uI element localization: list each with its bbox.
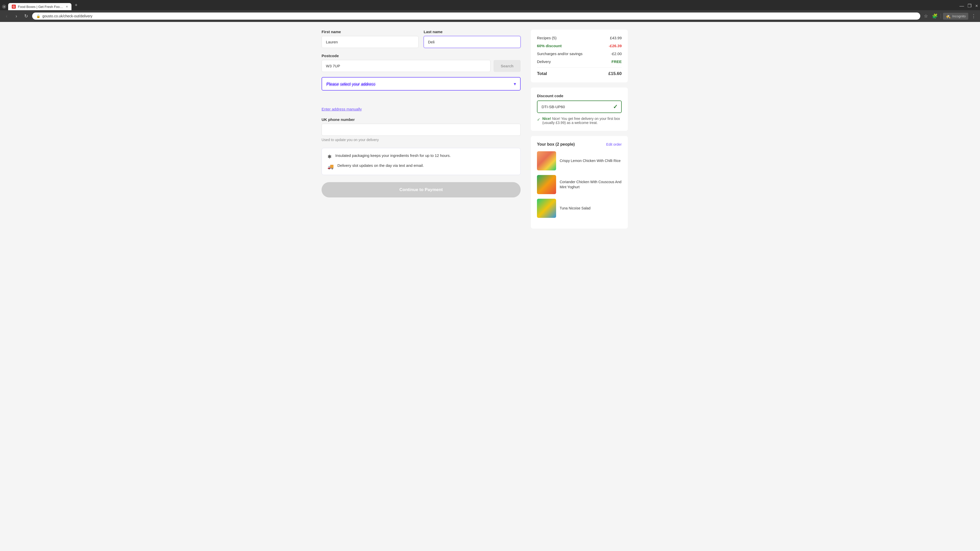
nav-bar: ‹ › ↻ 🔒 gousto.co.uk/check-out/delivery …	[0, 10, 980, 22]
recipe-image-3	[537, 199, 556, 218]
tab-list-btn[interactable]: ▾	[2, 5, 6, 9]
more-menu-btn[interactable]: ⋮	[970, 12, 977, 20]
phone-hint: Used to update you on your delivery	[321, 138, 520, 142]
postcode-input[interactable]	[321, 60, 490, 72]
total-value: £15.60	[608, 71, 622, 76]
info-item-packaging: ❄ Insulated packaging keeps your ingredi…	[328, 153, 515, 160]
delivery-row: Delivery FREE	[537, 59, 622, 64]
truck-icon: 🚚	[328, 164, 334, 170]
last-name-group: Last name	[424, 30, 520, 48]
recipes-row: Recipes (5) £43.99	[537, 36, 622, 40]
recipe-name-2: Coriander Chicken With Couscous And Mint…	[560, 179, 622, 189]
forward-btn[interactable]: ›	[13, 13, 20, 20]
tab-close-btn[interactable]: ×	[66, 5, 68, 9]
continue-to-payment-button[interactable]: Continue to Payment	[321, 182, 520, 197]
recipe-name-3: Tuna Nicoise Salad	[560, 206, 590, 211]
snowflake-icon: ❄	[328, 154, 332, 160]
reload-btn[interactable]: ↻	[22, 13, 30, 20]
address-bar[interactable]: 🔒 gousto.co.uk/check-out/delivery	[32, 13, 920, 20]
nice-message-text: Nice! Nice! You get free delivery on you…	[542, 117, 622, 125]
incognito-indicator: 🕵️ Incognito	[943, 13, 968, 20]
discount-input-wrapper: ✓	[537, 100, 622, 113]
discount-check-icon: ✓	[609, 103, 621, 110]
surcharges-row: Surcharges and/or savings -£2.00	[537, 52, 622, 56]
divider	[537, 67, 622, 68]
back-btn[interactable]: ‹	[3, 13, 10, 20]
close-btn[interactable]: ×	[975, 3, 978, 9]
minimize-btn[interactable]: —	[959, 3, 964, 9]
incognito-label: Incognito	[952, 14, 966, 18]
phone-label: UK phone number	[321, 118, 520, 122]
search-button[interactable]: Search	[493, 60, 520, 72]
bookmarks-icon[interactable]: ☆	[923, 12, 929, 20]
enter-address-manually-link[interactable]: Enter address manually	[321, 107, 362, 111]
last-name-input[interactable]	[424, 36, 520, 48]
surcharges-value: -£2.00	[611, 52, 622, 56]
recipe-name-1: Crispy Lemon Chicken With Chilli Rice	[560, 159, 620, 164]
postcode-row: Search	[321, 60, 520, 72]
active-tab[interactable]: G Food Boxes | Get Fresh Food &... ×	[8, 3, 72, 10]
your-box-header: Your box (2 people) Edit order	[537, 142, 622, 147]
discount-value: -£26.39	[609, 44, 622, 48]
total-label: Total	[537, 71, 547, 76]
discount-label: 60% discount	[537, 44, 562, 48]
postcode-label: Postcode	[321, 54, 520, 58]
info-item-delivery: 🚚 Delivery slot updates on the day via t…	[328, 163, 515, 170]
maximize-btn[interactable]: ❐	[967, 3, 972, 9]
recipe-item-2: Coriander Chicken With Couscous And Mint…	[537, 175, 622, 194]
extensions-icon[interactable]: 🧩	[931, 12, 939, 20]
info-text-packaging: Insulated packaging keeps your ingredien…	[335, 153, 451, 158]
recipe-image-2	[537, 175, 556, 194]
tab-favicon: G	[12, 5, 16, 9]
page-content: First name Last name Postcode Search Ple…	[311, 22, 669, 241]
address-select[interactable]: Please select your address	[321, 77, 520, 91]
recipes-label: Recipes (5)	[537, 36, 557, 40]
nice-label: Nice!	[542, 117, 551, 121]
tab-title: Food Boxes | Get Fresh Food &...	[18, 5, 64, 9]
delivery-value: FREE	[611, 59, 622, 64]
first-name-group: First name	[321, 30, 418, 48]
order-summary: Recipes (5) £43.99 60% discount -£26.39 …	[531, 30, 628, 233]
surcharges-label: Surcharges and/or savings	[537, 52, 582, 56]
your-box-title: Your box (2 people)	[537, 142, 575, 147]
delivery-form: First name Last name Postcode Search Ple…	[321, 30, 520, 233]
info-text-delivery: Delivery slot updates on the day via tex…	[337, 163, 424, 168]
price-breakdown: Recipes (5) £43.99 60% discount -£26.39 …	[531, 30, 628, 83]
recipe-image-1	[537, 151, 556, 170]
your-box-section: Your box (2 people) Edit order Crispy Le…	[531, 136, 628, 229]
edit-order-link[interactable]: Edit order	[606, 142, 622, 146]
nav-right-icons: ☆ 🧩 🕵️ Incognito ⋮	[923, 12, 977, 20]
url-text: gousto.co.uk/check-out/delivery	[42, 14, 916, 18]
nice-message-body: Nice! You get free delivery on your firs…	[542, 117, 620, 125]
recipe-item-3: Tuna Nicoise Salad	[537, 199, 622, 218]
first-name-label: First name	[321, 30, 418, 34]
discount-row: 60% discount -£26.39	[537, 44, 622, 48]
browser-window: ▾ G Food Boxes | Get Fresh Food &... × +…	[0, 0, 980, 22]
recipe-item-1: Crispy Lemon Chicken With Chilli Rice	[537, 151, 622, 170]
nice-message: ✓ Nice! Nice! You get free delivery on y…	[537, 117, 622, 125]
delivery-label: Delivery	[537, 59, 551, 64]
phone-group: UK phone number Used to update you on yo…	[321, 118, 520, 142]
discount-code-title: Discount code	[537, 94, 622, 98]
discount-code-group: Discount code ✓	[537, 94, 622, 113]
lock-icon: 🔒	[36, 14, 40, 18]
address-select-wrapper: Please select your address ▾	[321, 77, 520, 91]
discount-code-section: Discount code ✓ ✓ Nice! Nice! You get fr…	[531, 87, 628, 131]
total-row: Total £15.60	[537, 71, 622, 76]
first-name-input[interactable]	[321, 36, 418, 48]
recipes-value: £43.99	[610, 36, 622, 40]
phone-input[interactable]	[321, 124, 520, 136]
postcode-group: Postcode Search	[321, 54, 520, 72]
name-fields-row: First name Last name	[321, 30, 520, 48]
info-box: ❄ Insulated packaging keeps your ingredi…	[321, 148, 520, 175]
tab-bar: ▾ G Food Boxes | Get Fresh Food &... × +…	[0, 0, 980, 10]
nice-check-icon: ✓	[537, 117, 540, 122]
last-name-label: Last name	[424, 30, 520, 34]
new-tab-btn[interactable]: +	[73, 2, 80, 9]
discount-code-input[interactable]	[538, 101, 609, 113]
